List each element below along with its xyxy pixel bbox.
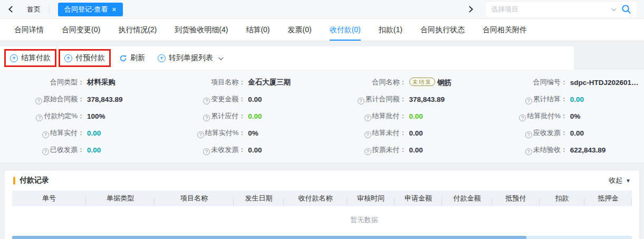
triangle-down-icon: ▼	[626, 178, 631, 184]
tab-5[interactable]: 发票(0)	[288, 19, 312, 41]
column-header-4[interactable]: 收付款名称	[284, 194, 347, 203]
field-value: 378,843.89	[87, 95, 123, 103]
help-icon[interactable]: ?	[35, 98, 42, 104]
search-icon[interactable]	[621, 4, 631, 14]
chevron-down-icon[interactable]	[218, 55, 224, 60]
toolbar: +结算付款+付预付款刷新+转到单据列表	[0, 46, 574, 70]
close-icon[interactable]: ×	[112, 6, 116, 13]
scrollbar-thumb[interactable]	[12, 236, 526, 239]
column-header-10[interactable]: 抵押金	[584, 194, 632, 203]
tab-2[interactable]: 执行情况(2)	[118, 19, 157, 41]
field-label: 合同编号：	[483, 78, 568, 87]
payment-records-header: 付款记录 收起 ▼	[5, 170, 639, 190]
horizontal-scrollbar[interactable]	[12, 236, 632, 239]
tab-nav: 合同详情合同变更(0)执行情况(2)到货验收明细(4)结算(0)发票(0)收付款…	[0, 19, 644, 41]
summary-field-5: ?变更金额：0.00	[161, 91, 322, 108]
field-value: sdpc-HTDJ202601…	[570, 79, 639, 87]
help-icon[interactable]: ?	[364, 131, 371, 138]
help-icon[interactable]: ?	[197, 131, 204, 138]
summary-field-16: ?已收发票：0.00	[0, 141, 161, 158]
toolbar-button-label: 结算付款	[21, 53, 51, 63]
project-select[interactable]	[486, 2, 637, 17]
toolbar-button-3[interactable]: +转到单据列表	[158, 53, 222, 63]
home-link[interactable]: 首页	[27, 5, 41, 14]
toolbar-button-label: 付预付款	[75, 53, 105, 63]
field-value: 378,843.89	[409, 95, 445, 103]
summary-field-8: ?付款约定%：100%	[0, 108, 161, 125]
field-value: 材料采购	[87, 78, 116, 87]
toolbar-button-label: 转到单据列表	[169, 53, 213, 63]
forward-icon[interactable]	[466, 6, 473, 13]
document-tab-label: 合同登记-查看	[64, 5, 108, 14]
summary-field-11: ?结算批付%：0%	[483, 108, 644, 125]
collapse-toggle[interactable]: 收起 ▼	[609, 176, 631, 185]
back-icon[interactable]	[8, 6, 15, 13]
help-icon[interactable]: ?	[203, 98, 210, 104]
help-icon[interactable]: ?	[364, 114, 371, 121]
tab-1[interactable]: 合同变更(0)	[62, 19, 100, 41]
field-label: ?原始合同额：	[0, 94, 84, 104]
field-value: 0.00	[409, 129, 423, 137]
toolbar-button-0[interactable]: +结算付款	[10, 53, 51, 63]
help-icon[interactable]: ?	[525, 148, 532, 155]
tab-3[interactable]: 到货验收明细(4)	[175, 19, 228, 41]
field-label: ?结算实付%：	[161, 128, 245, 138]
tab-6[interactable]: 收付款(0)	[330, 19, 361, 41]
summary-field-1: 项目名称：金石大厦三期	[161, 74, 322, 91]
document-tab[interactable]: 合同登记-查看 ×	[58, 3, 123, 16]
column-header-6[interactable]: 申请金额	[395, 194, 442, 203]
column-header-7[interactable]: 付款金额	[442, 194, 492, 203]
summary-field-2: 合同名称：未结算钢筋	[322, 74, 483, 91]
summary-field-10: ?结算批付：0.00	[322, 108, 483, 125]
field-value: 0.00	[570, 129, 584, 137]
field-label: ?结算批付%：	[483, 111, 568, 121]
help-icon[interactable]: ?	[525, 98, 532, 104]
field-label: ?已收发票：	[0, 145, 84, 155]
status-badge: 未结算	[409, 78, 436, 86]
tab-7[interactable]: 扣款(1)	[379, 19, 402, 41]
column-header-3[interactable]: 发生日期	[234, 194, 284, 203]
help-icon[interactable]: ?	[519, 114, 526, 121]
field-value: 0.00	[87, 129, 101, 137]
column-header-9[interactable]: 扣款	[540, 194, 584, 203]
tab-4[interactable]: 结算(0)	[246, 19, 270, 41]
column-header-0[interactable]: 单号	[12, 194, 86, 203]
column-header-8[interactable]: 抵预付	[492, 194, 540, 203]
help-icon[interactable]: ?	[42, 148, 49, 155]
highlight-annotation: +付预付款	[59, 49, 111, 67]
field-value: 100%	[87, 112, 105, 120]
help-icon[interactable]: ?	[203, 114, 210, 121]
tab-0[interactable]: 合同详情	[14, 19, 44, 41]
empty-state: 暂无数据	[12, 206, 632, 234]
column-header-1[interactable]: 单据类型	[86, 194, 155, 203]
tab-8[interactable]: 合同执行状态	[420, 19, 465, 41]
circle-plus-icon: +	[64, 54, 72, 62]
summary-field-13: ?结算实付%：0%	[161, 125, 322, 141]
field-value: 0.00	[570, 95, 584, 103]
summary-field-17: ?未收发票：0.00	[161, 141, 322, 158]
section-title: 付款记录	[20, 176, 49, 185]
column-header-5[interactable]: 审核时间	[347, 194, 395, 203]
field-label: ?结算未付：	[322, 128, 407, 138]
circle-plus-icon: +	[158, 54, 166, 62]
help-icon[interactable]: ?	[358, 98, 364, 104]
field-label: ?按票未付：	[322, 145, 407, 155]
help-icon[interactable]: ?	[364, 148, 371, 155]
field-label: 项目名称：	[161, 78, 245, 87]
help-icon[interactable]: ?	[42, 131, 49, 138]
field-label: ?未收发票：	[161, 145, 245, 155]
help-icon[interactable]: ?	[525, 131, 532, 138]
toolbar-button-2[interactable]: 刷新	[119, 53, 145, 63]
summary-field-14: ?结算未付：0.00	[322, 125, 483, 141]
help-icon[interactable]: ?	[36, 114, 43, 121]
toolbar-button-1[interactable]: +付预付款	[64, 53, 105, 63]
help-icon[interactable]: ?	[203, 148, 210, 155]
summary-field-4: ?原始合同额：378,843.89	[0, 91, 161, 108]
project-select-input[interactable]	[491, 5, 609, 13]
field-label: ?累计合同额：	[322, 94, 407, 104]
column-header-2[interactable]: 项目名称	[155, 194, 234, 203]
field-value: 0.00	[248, 146, 262, 154]
tab-9[interactable]: 合同相关附件	[483, 19, 527, 41]
field-value: 622,843.89	[570, 146, 606, 154]
chevron-down-icon[interactable]	[611, 6, 617, 11]
